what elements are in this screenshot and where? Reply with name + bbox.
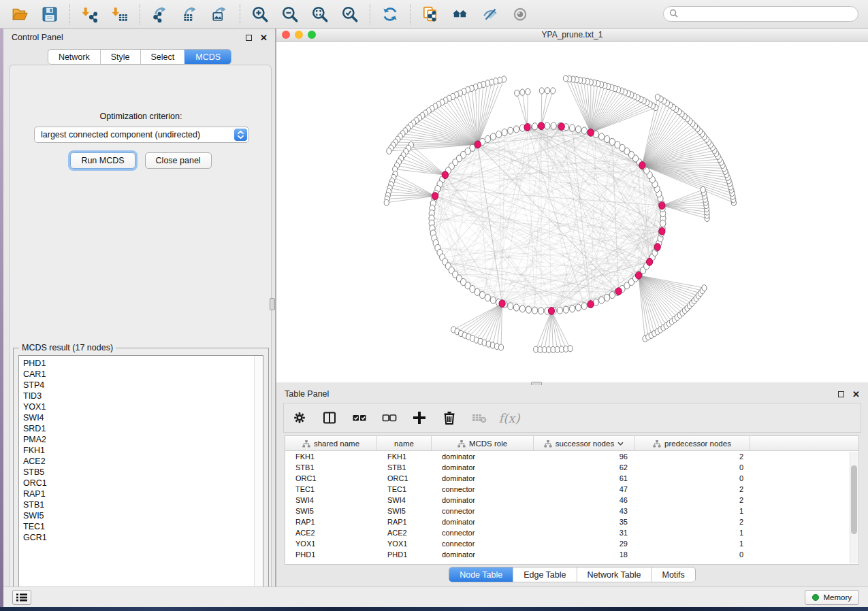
add-column-button[interactable]	[411, 409, 428, 427]
table-settings-gear-button[interactable]	[291, 409, 308, 427]
network-node[interactable]	[581, 303, 587, 310]
network-node[interactable]	[599, 133, 605, 140]
column-header-predecessor-nodes[interactable]: predecessor nodes	[634, 436, 750, 451]
table-row[interactable]: SWI4SWI4dominator462	[285, 495, 858, 506]
network-canvas[interactable]	[276, 42, 868, 382]
network-node[interactable]	[498, 344, 503, 350]
hide-selected-button[interactable]	[477, 3, 503, 26]
tab-network-table[interactable]: Network Table	[577, 567, 652, 582]
table-scrollbar[interactable]	[850, 452, 858, 563]
network-node[interactable]	[490, 133, 496, 140]
float-window-icon[interactable]	[246, 35, 252, 41]
mcds-node-item[interactable]: FKH1	[19, 445, 263, 456]
table-row[interactable]: RAP1RAP1dominator352	[285, 516, 858, 527]
select-all-columns-button[interactable]	[351, 409, 368, 427]
mcds-node-item[interactable]: SWI4	[19, 412, 263, 423]
mcds-node-item[interactable]: STP4	[19, 380, 263, 391]
network-node[interactable]	[479, 291, 485, 298]
network-node[interactable]	[515, 90, 519, 96]
network-node[interactable]	[615, 142, 620, 148]
zoom-fit-button[interactable]	[307, 3, 333, 26]
network-node[interactable]	[569, 125, 575, 131]
table-row[interactable]: ACE2ACE2connector311	[285, 527, 858, 538]
save-session-button[interactable]	[37, 3, 63, 26]
network-node[interactable]	[520, 89, 525, 95]
delete-column-button[interactable]	[440, 409, 458, 427]
show-all-button[interactable]	[507, 3, 533, 26]
network-mcds-hub-node[interactable]	[615, 288, 622, 295]
network-mcds-hub-node[interactable]	[635, 271, 641, 279]
import-network-button[interactable]	[77, 3, 103, 26]
network-mcds-hub-node[interactable]	[539, 122, 545, 130]
network-node[interactable]	[532, 123, 538, 130]
tab-edge-table[interactable]: Edge Table	[513, 567, 576, 582]
mcds-node-item[interactable]: STB5	[19, 467, 263, 478]
zoom-out-button[interactable]	[277, 3, 303, 26]
network-node[interactable]	[384, 199, 389, 205]
float-table-panel-icon[interactable]	[838, 391, 844, 397]
network-node[interactable]	[496, 131, 502, 137]
network-node[interactable]	[655, 94, 660, 100]
network-node[interactable]	[519, 306, 525, 312]
network-node[interactable]	[545, 88, 549, 94]
search-box[interactable]	[663, 6, 858, 22]
export-image-button[interactable]	[207, 3, 233, 26]
network-node[interactable]	[502, 129, 507, 136]
network-mcds-hub-node[interactable]	[639, 162, 645, 169]
table-row[interactable]: PHD1PHD1dominator180	[285, 549, 858, 560]
tab-style[interactable]: Style	[100, 50, 140, 64]
unselect-all-columns-button[interactable]	[381, 409, 398, 427]
mcds-node-item[interactable]: GCR1	[19, 532, 263, 543]
column-header-MCDS-role[interactable]: MCDS role	[432, 436, 534, 451]
network-node[interactable]	[563, 76, 568, 82]
zoom-in-button[interactable]	[247, 3, 273, 26]
mcds-node-item[interactable]: ORC1	[19, 478, 263, 489]
table-row[interactable]: YOX1YOX1connector291	[285, 538, 858, 549]
network-mcds-hub-node[interactable]	[647, 258, 653, 265]
network-mcds-hub-node[interactable]	[432, 193, 438, 200]
network-node[interactable]	[563, 306, 568, 313]
mcds-list-scrollbar[interactable]	[254, 356, 263, 595]
first-neighbors-button[interactable]	[447, 3, 473, 26]
close-panel-icon[interactable]: ✕	[260, 33, 268, 42]
column-header-shared-name[interactable]: shared name	[285, 436, 377, 451]
network-node[interactable]	[490, 297, 496, 303]
mcds-node-item[interactable]: STB1	[19, 499, 263, 510]
table-scrollbar-thumb[interactable]	[851, 465, 857, 535]
network-mcds-hub-node[interactable]	[654, 244, 660, 251]
network-mcds-hub-node[interactable]	[475, 141, 481, 148]
tab-network[interactable]: Network	[48, 50, 100, 64]
network-mcds-hub-node[interactable]	[548, 308, 554, 315]
mcds-node-item[interactable]: PHD1	[19, 358, 263, 369]
run-mcds-button[interactable]: Run MCDS	[70, 152, 135, 169]
network-node[interactable]	[508, 127, 513, 134]
table-row[interactable]: SWI5SWI5connector431	[285, 506, 858, 516]
network-mcds-hub-node[interactable]	[558, 123, 564, 131]
network-node[interactable]	[532, 307, 538, 314]
network-node[interactable]	[599, 297, 605, 303]
network-mcds-hub-node[interactable]	[499, 300, 505, 308]
mcds-node-item[interactable]: SRD1	[19, 423, 263, 434]
search-input[interactable]	[681, 9, 852, 20]
import-table-button[interactable]	[107, 3, 133, 26]
apply-layout-button[interactable]	[377, 3, 403, 26]
network-node[interactable]	[702, 285, 707, 291]
open-file-button[interactable]	[7, 3, 33, 26]
network-node[interactable]	[513, 304, 519, 311]
network-node[interactable]	[387, 148, 391, 154]
table-row[interactable]: ORC1ORC1dominator610	[285, 473, 858, 484]
mcds-node-item[interactable]: YOX1	[19, 401, 263, 412]
table-row[interactable]: FKH1FKH1dominator962	[285, 451, 858, 462]
clone-network-button[interactable]	[417, 3, 443, 26]
network-node[interactable]	[539, 88, 544, 94]
network-node[interactable]	[605, 135, 610, 142]
table-row[interactable]: STB1STB1dominator620	[285, 462, 858, 473]
mcds-node-item[interactable]: TID3	[19, 391, 263, 401]
network-node[interactable]	[485, 135, 490, 142]
network-node[interactable]	[526, 88, 530, 95]
network-node[interactable]	[551, 122, 556, 129]
column-header-name[interactable]: name	[377, 436, 432, 451]
network-node[interactable]	[526, 306, 531, 313]
close-panel-button[interactable]: Close panel	[145, 152, 212, 169]
mcds-node-item[interactable]: CAR1	[19, 369, 263, 380]
